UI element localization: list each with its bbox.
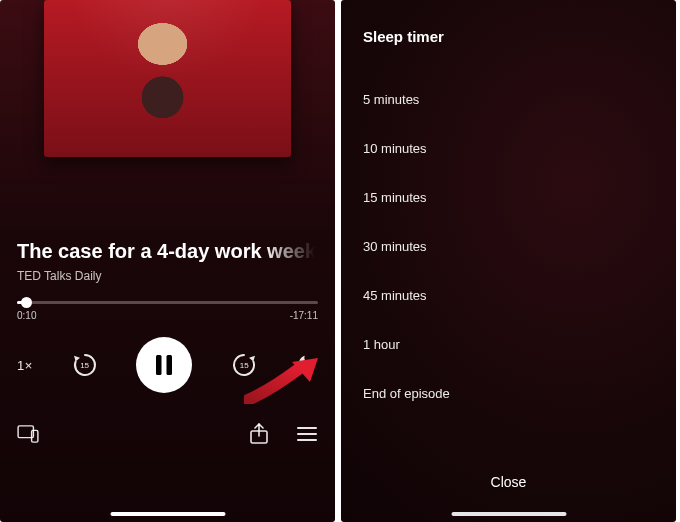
queue-icon	[296, 425, 318, 443]
skip-forward-15-button[interactable]: 15	[229, 350, 259, 380]
phone-sleep-timer-sheet: Sleep timer 5 minutes 10 minutes 15 minu…	[341, 0, 676, 522]
skip-forward-amount: 15	[229, 350, 259, 380]
share-button[interactable]	[250, 423, 268, 449]
timer-option-end[interactable]: End of episode	[363, 369, 654, 418]
devices-icon	[17, 425, 39, 443]
progress-bar[interactable]	[17, 301, 318, 304]
svg-rect-0	[156, 355, 162, 375]
share-icon	[250, 423, 268, 445]
svg-rect-3	[32, 430, 38, 442]
sleep-timer-button[interactable]	[296, 352, 318, 378]
svg-rect-1	[167, 355, 173, 375]
timer-option-30m[interactable]: 30 minutes	[363, 222, 654, 271]
timer-option-10m[interactable]: 10 minutes	[363, 124, 654, 173]
remaining-time: -17:11	[290, 310, 318, 321]
close-button[interactable]: Close	[341, 474, 676, 490]
timer-option-1h[interactable]: 1 hour	[363, 320, 654, 369]
episode-art-wrap	[0, 0, 335, 157]
playback-speed[interactable]: 1×	[17, 358, 33, 373]
timer-options: 5 minutes 10 minutes 15 minutes 30 minut…	[363, 75, 654, 418]
phone-player: The case for a 4-day work week | Juliet …	[0, 0, 335, 522]
pause-icon	[153, 353, 175, 377]
moon-icon	[296, 352, 318, 374]
show-name: TED Talks Daily	[17, 269, 318, 283]
episode-art	[44, 0, 291, 157]
controls-row: 1× 15 15	[0, 337, 335, 393]
skip-back-amount: 15	[70, 350, 100, 380]
timer-option-45m[interactable]: 45 minutes	[363, 271, 654, 320]
skip-back-15-button[interactable]: 15	[70, 350, 100, 380]
episode-title: The case for a 4-day work week | Juliet	[17, 239, 318, 263]
sheet-title: Sleep timer	[363, 28, 654, 45]
progress-thumb[interactable]	[21, 297, 32, 308]
elapsed-time: 0:10	[17, 310, 36, 321]
pause-button[interactable]	[136, 337, 192, 393]
timer-option-5m[interactable]: 5 minutes	[363, 75, 654, 124]
bottom-row	[0, 423, 335, 449]
timer-option-15m[interactable]: 15 minutes	[363, 173, 654, 222]
home-indicator	[451, 512, 566, 516]
devices-button[interactable]	[17, 425, 39, 447]
queue-button[interactable]	[296, 425, 318, 447]
home-indicator	[110, 512, 225, 516]
